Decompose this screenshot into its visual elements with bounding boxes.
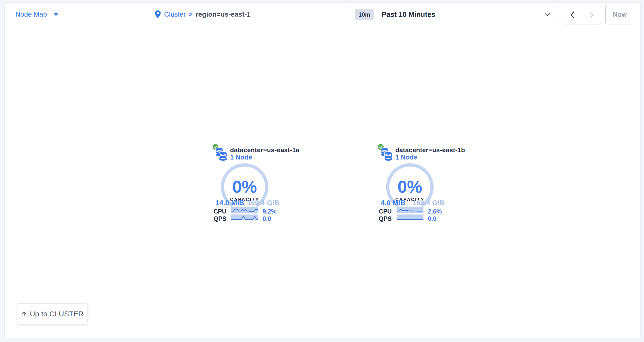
capacity-total: 169.4 GiB — [247, 199, 280, 207]
header: Node Map Cluster > region=us-east-1 10m … — [5, 3, 640, 26]
capacity-used: 14.0 MiB — [216, 199, 244, 207]
capacity-values: 14.0 MiB 169.4 GiB — [216, 199, 280, 207]
time-range-label: Past 10 Minutes — [382, 10, 435, 18]
datacenter-us-east-1b[interactable]: datacenter=us-east-1b 1 Node 0% CAPACITY… — [377, 143, 450, 225]
time-nav-group — [563, 5, 601, 24]
chevron-right-icon — [589, 11, 594, 19]
qps-label: QPS — [377, 215, 392, 222]
node-map-panel: Node Map Cluster > region=us-east-1 10m … — [4, 2, 640, 338]
cpu-value: 9.2% — [262, 208, 276, 215]
datacenter-title: datacenter=us-east-1b — [395, 146, 465, 154]
datacenter-title: datacenter=us-east-1a — [230, 146, 300, 154]
header-divider — [339, 8, 339, 21]
breadcrumb-separator: > — [189, 10, 193, 18]
datacenter-node-count: 1 Node — [230, 154, 252, 161]
capacity-total: 169.4 GiB — [412, 199, 445, 207]
cpu-label: CPU — [212, 208, 226, 215]
location-pin-icon — [155, 10, 161, 18]
view-selector-label: Node Map — [16, 10, 47, 18]
up-to-cluster-button[interactable]: Up to CLUSTER — [17, 303, 88, 325]
qps-sparkline — [396, 215, 424, 220]
capacity-used: 4.0 MiB — [381, 199, 406, 207]
node-map-canvas: datacenter=us-east-1a 1 Node 0% CAPACITY… — [5, 26, 640, 338]
chevron-down-icon — [544, 13, 550, 16]
qps-sparkline — [231, 215, 258, 220]
qps-label: QPS — [212, 215, 226, 222]
now-button[interactable]: Now — [605, 5, 634, 24]
datacenter-node-count: 1 Node — [395, 154, 417, 161]
database-stack-icon — [381, 147, 392, 161]
capacity-percent: 0% — [386, 177, 434, 197]
breadcrumb-cluster-link[interactable]: Cluster — [164, 10, 186, 18]
cpu-sparkline — [396, 207, 424, 213]
breadcrumb-current: region=us-east-1 — [196, 10, 250, 18]
chevron-left-icon — [570, 11, 575, 19]
cpu-label: CPU — [377, 208, 392, 215]
datacenter-us-east-1a[interactable]: datacenter=us-east-1a 1 Node 0% CAPACITY… — [212, 143, 285, 225]
qps-value: 0.0 — [262, 215, 271, 222]
cpu-sparkline — [231, 207, 258, 213]
time-range-badge: 10m — [355, 9, 374, 20]
time-next-button[interactable] — [582, 5, 601, 24]
time-prev-button[interactable] — [563, 5, 582, 24]
cpu-value: 2.6% — [428, 208, 442, 215]
database-stack-icon — [216, 147, 227, 161]
time-range-dropdown[interactable]: 10m Past 10 Minutes — [350, 6, 557, 23]
caret-down-icon — [53, 13, 59, 16]
up-to-cluster-label: Up to CLUSTER — [30, 310, 84, 318]
capacity-values: 4.0 MiB 169.4 GiB — [381, 199, 445, 207]
view-selector-dropdown[interactable]: Node Map — [16, 3, 59, 26]
arrow-up-icon — [21, 311, 28, 317]
breadcrumb: Cluster > region=us-east-1 — [155, 3, 250, 26]
capacity-percent: 0% — [221, 177, 268, 197]
qps-value: 0.0 — [428, 215, 436, 222]
